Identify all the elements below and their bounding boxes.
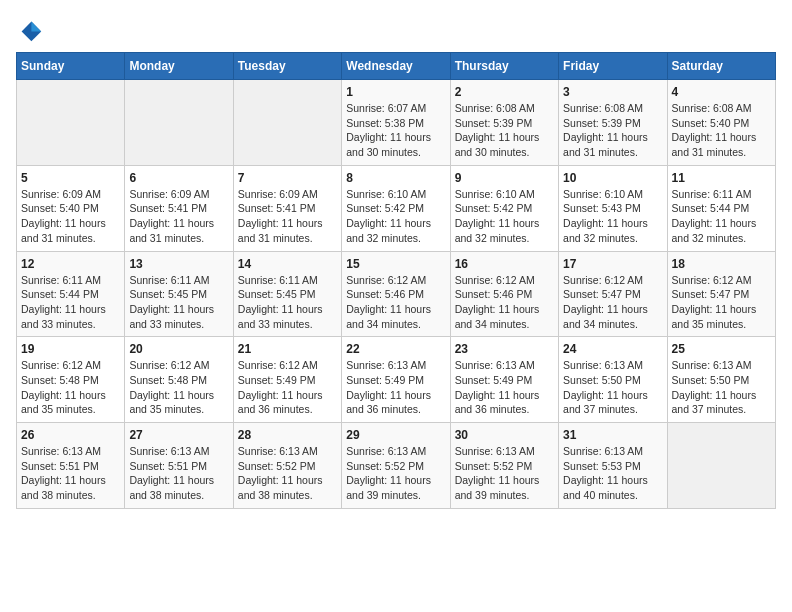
calendar-day-cell: 30Sunrise: 6:13 AM Sunset: 5:52 PM Dayli… — [450, 423, 558, 509]
day-number: 1 — [346, 85, 445, 99]
day-number: 11 — [672, 171, 771, 185]
day-info: Sunrise: 6:13 AM Sunset: 5:53 PM Dayligh… — [563, 444, 662, 503]
calendar-day-cell: 27Sunrise: 6:13 AM Sunset: 5:51 PM Dayli… — [125, 423, 233, 509]
day-info: Sunrise: 6:08 AM Sunset: 5:39 PM Dayligh… — [455, 101, 554, 160]
day-number: 12 — [21, 257, 120, 271]
day-info: Sunrise: 6:13 AM Sunset: 5:49 PM Dayligh… — [346, 358, 445, 417]
calendar-week-row: 12Sunrise: 6:11 AM Sunset: 5:44 PM Dayli… — [17, 251, 776, 337]
calendar-day-cell: 2Sunrise: 6:08 AM Sunset: 5:39 PM Daylig… — [450, 80, 558, 166]
calendar-day-cell: 21Sunrise: 6:12 AM Sunset: 5:49 PM Dayli… — [233, 337, 341, 423]
calendar-day-cell — [233, 80, 341, 166]
day-info: Sunrise: 6:11 AM Sunset: 5:44 PM Dayligh… — [21, 273, 120, 332]
day-number: 20 — [129, 342, 228, 356]
day-info: Sunrise: 6:12 AM Sunset: 5:49 PM Dayligh… — [238, 358, 337, 417]
calendar-day-cell: 3Sunrise: 6:08 AM Sunset: 5:39 PM Daylig… — [559, 80, 667, 166]
day-info: Sunrise: 6:13 AM Sunset: 5:52 PM Dayligh… — [346, 444, 445, 503]
day-info: Sunrise: 6:12 AM Sunset: 5:46 PM Dayligh… — [346, 273, 445, 332]
day-info: Sunrise: 6:12 AM Sunset: 5:48 PM Dayligh… — [21, 358, 120, 417]
calendar-day-cell: 11Sunrise: 6:11 AM Sunset: 5:44 PM Dayli… — [667, 165, 775, 251]
day-number: 15 — [346, 257, 445, 271]
day-info: Sunrise: 6:10 AM Sunset: 5:43 PM Dayligh… — [563, 187, 662, 246]
calendar-week-row: 19Sunrise: 6:12 AM Sunset: 5:48 PM Dayli… — [17, 337, 776, 423]
day-number: 31 — [563, 428, 662, 442]
day-info: Sunrise: 6:13 AM Sunset: 5:51 PM Dayligh… — [129, 444, 228, 503]
day-info: Sunrise: 6:11 AM Sunset: 5:45 PM Dayligh… — [238, 273, 337, 332]
weekday-header: Monday — [125, 53, 233, 80]
day-number: 18 — [672, 257, 771, 271]
day-info: Sunrise: 6:12 AM Sunset: 5:48 PM Dayligh… — [129, 358, 228, 417]
calendar-day-cell: 13Sunrise: 6:11 AM Sunset: 5:45 PM Dayli… — [125, 251, 233, 337]
day-number: 9 — [455, 171, 554, 185]
day-number: 8 — [346, 171, 445, 185]
calendar-day-cell: 29Sunrise: 6:13 AM Sunset: 5:52 PM Dayli… — [342, 423, 450, 509]
calendar-day-cell — [125, 80, 233, 166]
weekday-header: Saturday — [667, 53, 775, 80]
calendar-day-cell: 8Sunrise: 6:10 AM Sunset: 5:42 PM Daylig… — [342, 165, 450, 251]
calendar-week-row: 1Sunrise: 6:07 AM Sunset: 5:38 PM Daylig… — [17, 80, 776, 166]
day-number: 30 — [455, 428, 554, 442]
day-info: Sunrise: 6:09 AM Sunset: 5:41 PM Dayligh… — [129, 187, 228, 246]
calendar-day-cell: 16Sunrise: 6:12 AM Sunset: 5:46 PM Dayli… — [450, 251, 558, 337]
calendar-day-cell: 6Sunrise: 6:09 AM Sunset: 5:41 PM Daylig… — [125, 165, 233, 251]
day-info: Sunrise: 6:09 AM Sunset: 5:41 PM Dayligh… — [238, 187, 337, 246]
calendar-day-cell: 31Sunrise: 6:13 AM Sunset: 5:53 PM Dayli… — [559, 423, 667, 509]
calendar-day-cell: 4Sunrise: 6:08 AM Sunset: 5:40 PM Daylig… — [667, 80, 775, 166]
calendar-day-cell: 15Sunrise: 6:12 AM Sunset: 5:46 PM Dayli… — [342, 251, 450, 337]
weekday-header: Friday — [559, 53, 667, 80]
calendar-day-cell: 28Sunrise: 6:13 AM Sunset: 5:52 PM Dayli… — [233, 423, 341, 509]
calendar-day-cell: 10Sunrise: 6:10 AM Sunset: 5:43 PM Dayli… — [559, 165, 667, 251]
day-number: 23 — [455, 342, 554, 356]
day-info: Sunrise: 6:11 AM Sunset: 5:45 PM Dayligh… — [129, 273, 228, 332]
logo-icon — [16, 16, 44, 44]
day-info: Sunrise: 6:09 AM Sunset: 5:40 PM Dayligh… — [21, 187, 120, 246]
logo — [16, 16, 48, 44]
day-info: Sunrise: 6:08 AM Sunset: 5:40 PM Dayligh… — [672, 101, 771, 160]
day-number: 22 — [346, 342, 445, 356]
calendar-day-cell: 23Sunrise: 6:13 AM Sunset: 5:49 PM Dayli… — [450, 337, 558, 423]
day-number: 24 — [563, 342, 662, 356]
calendar-day-cell: 26Sunrise: 6:13 AM Sunset: 5:51 PM Dayli… — [17, 423, 125, 509]
calendar-day-cell: 17Sunrise: 6:12 AM Sunset: 5:47 PM Dayli… — [559, 251, 667, 337]
day-info: Sunrise: 6:10 AM Sunset: 5:42 PM Dayligh… — [455, 187, 554, 246]
svg-marker-1 — [31, 22, 41, 32]
day-number: 6 — [129, 171, 228, 185]
calendar-day-cell: 24Sunrise: 6:13 AM Sunset: 5:50 PM Dayli… — [559, 337, 667, 423]
day-info: Sunrise: 6:13 AM Sunset: 5:50 PM Dayligh… — [563, 358, 662, 417]
calendar-header-row: SundayMondayTuesdayWednesdayThursdayFrid… — [17, 53, 776, 80]
day-number: 2 — [455, 85, 554, 99]
day-info: Sunrise: 6:07 AM Sunset: 5:38 PM Dayligh… — [346, 101, 445, 160]
day-number: 21 — [238, 342, 337, 356]
day-number: 13 — [129, 257, 228, 271]
day-number: 26 — [21, 428, 120, 442]
calendar-day-cell: 20Sunrise: 6:12 AM Sunset: 5:48 PM Dayli… — [125, 337, 233, 423]
calendar-day-cell — [667, 423, 775, 509]
weekday-header: Thursday — [450, 53, 558, 80]
calendar-day-cell: 25Sunrise: 6:13 AM Sunset: 5:50 PM Dayli… — [667, 337, 775, 423]
day-info: Sunrise: 6:12 AM Sunset: 5:47 PM Dayligh… — [672, 273, 771, 332]
day-info: Sunrise: 6:13 AM Sunset: 5:49 PM Dayligh… — [455, 358, 554, 417]
calendar-day-cell: 18Sunrise: 6:12 AM Sunset: 5:47 PM Dayli… — [667, 251, 775, 337]
calendar-day-cell: 19Sunrise: 6:12 AM Sunset: 5:48 PM Dayli… — [17, 337, 125, 423]
day-number: 25 — [672, 342, 771, 356]
day-number: 10 — [563, 171, 662, 185]
day-info: Sunrise: 6:11 AM Sunset: 5:44 PM Dayligh… — [672, 187, 771, 246]
weekday-header: Wednesday — [342, 53, 450, 80]
weekday-header: Tuesday — [233, 53, 341, 80]
calendar-day-cell: 12Sunrise: 6:11 AM Sunset: 5:44 PM Dayli… — [17, 251, 125, 337]
day-info: Sunrise: 6:13 AM Sunset: 5:51 PM Dayligh… — [21, 444, 120, 503]
day-number: 14 — [238, 257, 337, 271]
day-number: 19 — [21, 342, 120, 356]
calendar-table: SundayMondayTuesdayWednesdayThursdayFrid… — [16, 52, 776, 509]
day-number: 27 — [129, 428, 228, 442]
day-number: 3 — [563, 85, 662, 99]
day-number: 17 — [563, 257, 662, 271]
weekday-header: Sunday — [17, 53, 125, 80]
day-info: Sunrise: 6:12 AM Sunset: 5:46 PM Dayligh… — [455, 273, 554, 332]
calendar-day-cell: 7Sunrise: 6:09 AM Sunset: 5:41 PM Daylig… — [233, 165, 341, 251]
calendar-week-row: 5Sunrise: 6:09 AM Sunset: 5:40 PM Daylig… — [17, 165, 776, 251]
calendar-day-cell: 22Sunrise: 6:13 AM Sunset: 5:49 PM Dayli… — [342, 337, 450, 423]
day-number: 28 — [238, 428, 337, 442]
calendar-day-cell: 14Sunrise: 6:11 AM Sunset: 5:45 PM Dayli… — [233, 251, 341, 337]
day-number: 29 — [346, 428, 445, 442]
day-info: Sunrise: 6:13 AM Sunset: 5:50 PM Dayligh… — [672, 358, 771, 417]
